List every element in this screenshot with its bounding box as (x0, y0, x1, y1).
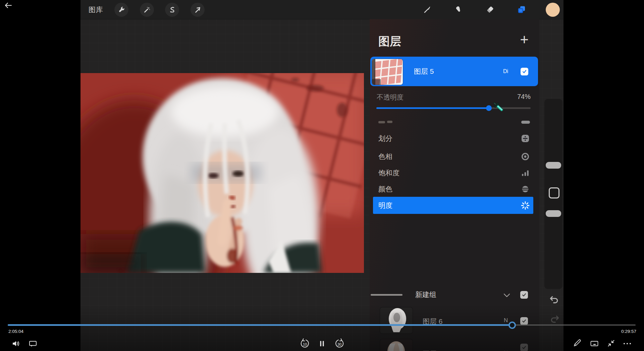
adjustments-button[interactable] (140, 3, 154, 17)
shrink-arrows-icon (606, 339, 616, 348)
blend-mode-row[interactable]: 饱和度 (370, 164, 539, 181)
group-thumbnail-line (371, 294, 402, 296)
check-icon (522, 318, 527, 324)
blend-mode-row[interactable]: 色相 (370, 148, 539, 165)
procreate-toolbar: 图库 (80, 0, 564, 19)
wrench-icon (118, 6, 125, 13)
saturation-icon (521, 168, 530, 178)
redo-icon[interactable] (549, 315, 560, 324)
pencil-icon (573, 338, 582, 348)
blend-mode-label: 颜色 (378, 180, 392, 197)
opacity-slider[interactable] (376, 107, 531, 109)
minus-icon (521, 121, 530, 124)
timeline-handle[interactable] (508, 321, 516, 329)
blend-mode-row[interactable]: 颜色 (370, 180, 539, 197)
actions-button[interactable] (114, 3, 128, 17)
undo-icon[interactable] (549, 295, 559, 305)
magic-wand-icon (143, 6, 151, 13)
video-frame[interactable]: 图库 (80, 0, 564, 351)
opacity-slider-fill (376, 107, 489, 109)
check-icon (522, 69, 527, 74)
blend-mode-label: 划分 (378, 130, 392, 147)
blend-mode-label: 饱和度 (378, 164, 399, 181)
timeline-progress (8, 324, 512, 326)
forward-amount-label: 30 (334, 342, 345, 346)
subtitles-icon (29, 339, 37, 348)
rewind-amount-label: 10 (299, 342, 311, 346)
sword-cursor (490, 98, 506, 114)
gallery-button[interactable]: 图库 (89, 0, 103, 19)
eraser-icon (486, 5, 494, 14)
color-button[interactable] (546, 3, 560, 17)
opacity-label: 不透明度 (377, 93, 404, 102)
layer-thumbnail[interactable] (380, 307, 413, 334)
layer-name: 图层 5 (423, 349, 443, 351)
erase-button[interactable] (483, 3, 497, 17)
layer-row-selected[interactable]: 图层 5 Di (370, 57, 538, 86)
ellipsis-icon (622, 339, 632, 349)
layers-panel-title: 图层 (378, 34, 401, 49)
transform-arrow-icon (194, 6, 201, 13)
brush-icon (423, 5, 431, 14)
layers-button[interactable] (515, 3, 529, 17)
layer-visibility-checkbox[interactable] (520, 317, 528, 325)
luminosity-icon (521, 201, 530, 210)
forward-30-button[interactable]: 30 (334, 338, 345, 349)
selection-button[interactable] (165, 3, 179, 17)
clipped-row-text-fragment (387, 121, 392, 123)
pip-button[interactable] (589, 338, 600, 349)
annotate-button[interactable] (572, 337, 583, 349)
add-layer-button[interactable]: + (516, 31, 533, 48)
pause-icon (318, 340, 326, 347)
group-visibility-checkbox[interactable] (520, 291, 528, 299)
color-icon (521, 184, 530, 194)
more-options-button[interactable] (622, 338, 633, 349)
chevron-down-icon[interactable] (502, 291, 512, 299)
rewind-10-button[interactable]: 10 (299, 338, 311, 349)
smudge-finger-icon (454, 5, 463, 14)
brush-size-slider-handle[interactable] (546, 162, 561, 169)
brush-opacity-slider-handle[interactable] (546, 210, 561, 217)
group-name[interactable]: 新建组 (415, 290, 436, 299)
paint-button[interactable] (420, 3, 434, 17)
modify-button[interactable] (549, 187, 559, 198)
layer-blend-mode-badge[interactable]: N (504, 317, 508, 324)
layers-panel: 图层 + 图层 5 (370, 19, 539, 351)
blend-mode-row-selected[interactable]: 明度 (373, 197, 533, 214)
blend-mode-label: 色相 (378, 148, 392, 165)
layer-visibility-checkbox[interactable] (521, 68, 528, 75)
remaining-time: 0:29:57 (615, 329, 636, 334)
layer-name: 图层 5 (414, 57, 434, 86)
layer-thumbnail[interactable] (380, 339, 413, 351)
canvas-artwork (80, 73, 364, 273)
smudge-button[interactable] (451, 3, 466, 17)
pause-button[interactable] (316, 338, 328, 349)
pip-keyboard-icon (590, 339, 599, 348)
current-time: 2:05:04 (8, 329, 23, 334)
blend-mode-label: 明度 (378, 197, 392, 214)
check-icon (522, 292, 527, 297)
layer-thumbnail (372, 59, 403, 85)
layer-blend-mode-badge[interactable]: Di (503, 57, 508, 86)
divide-icon (521, 134, 530, 143)
layer-visibility-checkbox[interactable] (520, 344, 528, 351)
clipped-row-text-fragment (378, 121, 385, 123)
blend-mode-row[interactable]: 划分 (370, 130, 539, 147)
brush-sidebar (544, 99, 562, 289)
exit-fullscreen-button[interactable] (605, 338, 617, 349)
opacity-value: 74% (504, 93, 531, 101)
volume-icon (11, 339, 20, 348)
selection-s-icon (168, 6, 176, 13)
back-icon[interactable] (5, 2, 12, 8)
check-icon (522, 345, 527, 350)
transform-button[interactable] (191, 3, 205, 17)
volume-button[interactable] (10, 338, 21, 349)
subtitles-button[interactable] (27, 338, 39, 349)
hue-icon (521, 152, 530, 161)
color-swatch (546, 3, 560, 17)
layer-blend-mode-badge[interactable]: N (504, 350, 508, 351)
layers-icon (517, 5, 526, 14)
